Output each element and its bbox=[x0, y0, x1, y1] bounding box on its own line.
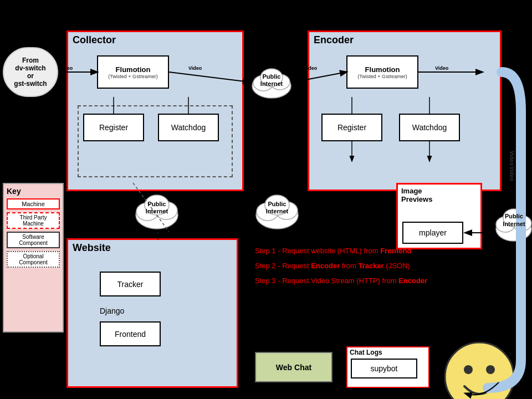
website-title: Website bbox=[68, 240, 237, 256]
flumotion-collector-sub: (Twisted + Gstreamer) bbox=[108, 74, 157, 79]
svg-point-18 bbox=[486, 365, 495, 374]
flumotion-encoder-label: Flumotion bbox=[365, 65, 400, 74]
supybot-label: supybot bbox=[370, 364, 397, 373]
chatlogs-title: Chat Logs bbox=[347, 347, 428, 357]
tracker-box: Tracker bbox=[100, 272, 161, 296]
smiley-face bbox=[443, 341, 515, 399]
video-right-label: Video bbox=[509, 151, 515, 166]
key-third-party: Third Party Machine bbox=[7, 212, 60, 229]
webchat-label: Web Chat bbox=[276, 363, 311, 372]
cloud-right: PublicInternet bbox=[493, 197, 532, 244]
step2-encoder: Encoder bbox=[311, 262, 340, 270]
register-encoder-label: Register bbox=[337, 123, 366, 132]
flumotion-collector-label: Flumotion bbox=[116, 65, 151, 74]
cloud-center-mid: PublicInternet bbox=[252, 183, 302, 233]
register-collector-label: Register bbox=[99, 123, 128, 132]
collector-title: Collector bbox=[68, 32, 242, 48]
encoder-box: Encoder bbox=[308, 30, 502, 191]
steps-area: Step 1 - Request website (HTML) from Fro… bbox=[255, 247, 504, 291]
from-label: From dv-switch or gst-switch bbox=[14, 57, 47, 88]
register-encoder: Register bbox=[321, 114, 382, 141]
cloud-top: PublicInternet bbox=[249, 58, 294, 103]
cloud-top-label: PublicInternet bbox=[260, 73, 283, 88]
key-software: Software Component bbox=[7, 232, 60, 248]
step3: Step 3 - Request Video Stream (HTTP) fro… bbox=[255, 277, 504, 285]
watchdog-encoder-label: Watchdog bbox=[412, 123, 447, 132]
cloud-right-label: PublicInternet bbox=[503, 213, 525, 227]
key-box: Key Machine Third Party Machine Software… bbox=[3, 183, 64, 332]
tracker-label: Tracker bbox=[117, 280, 144, 289]
cloud-center-mid-label: PublicInternet bbox=[266, 201, 288, 215]
cloud-left-mid-label: PublicInternet bbox=[146, 201, 168, 215]
step1: Step 1 - Request website (HTML) from Fro… bbox=[255, 247, 504, 255]
key-machine: Machine bbox=[7, 198, 60, 209]
frontend-box: Frontend bbox=[100, 321, 161, 346]
step2-tracker: Tracker bbox=[358, 262, 383, 270]
webchat-box: Web Chat bbox=[255, 352, 332, 382]
svg-point-16 bbox=[445, 342, 514, 399]
key-title: Key bbox=[7, 187, 60, 196]
cloud-left-mid: PublicInternet bbox=[132, 183, 182, 233]
mplayer-label: mplayer bbox=[419, 228, 447, 237]
watchdog-encoder: Watchdog bbox=[399, 114, 460, 141]
django-label: Django bbox=[100, 306, 124, 315]
mplayer-box: mplayer bbox=[402, 222, 463, 244]
step3-encoder: Encoder bbox=[398, 277, 427, 285]
svg-point-17 bbox=[464, 365, 473, 374]
watchdog-collector-label: Watchdog bbox=[171, 123, 206, 132]
encoder-title: Encoder bbox=[309, 32, 500, 48]
svg-text:Video: Video bbox=[509, 166, 515, 181]
frontend-label: Frontend bbox=[115, 330, 146, 339]
flumotion-encoder-sub: (Twisted + Gstreamer) bbox=[357, 74, 407, 79]
step1-bold: Frontend bbox=[380, 247, 411, 255]
step2: Step 2 - Request Encoder from Tracker (J… bbox=[255, 262, 504, 270]
register-collector: Register bbox=[83, 114, 144, 141]
flumotion-encoder: Flumotion (Twisted + Gstreamer) bbox=[346, 55, 418, 89]
key-optional: Optional Component bbox=[7, 251, 60, 268]
image-previews-title: Image Previews bbox=[398, 185, 480, 206]
diagram: From dv-switch or gst-switch Collector E… bbox=[0, 0, 532, 399]
watchdog-collector: Watchdog bbox=[158, 114, 219, 141]
from-box: From dv-switch or gst-switch bbox=[3, 47, 58, 97]
website-box: Website bbox=[66, 238, 238, 388]
chatlogs-outer: Chat Logs supybot bbox=[346, 346, 429, 388]
supybot-box: supybot bbox=[351, 359, 417, 378]
flumotion-collector: Flumotion (Twisted + Gstreamer) bbox=[97, 55, 169, 89]
